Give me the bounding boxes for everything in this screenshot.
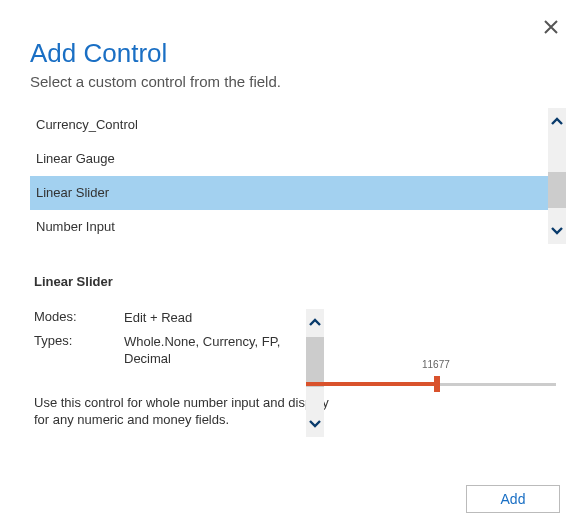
list-item[interactable]: Linear Gauge <box>30 142 586 176</box>
dialog-subtitle: Select a custom control from the field. <box>30 73 556 90</box>
list-item[interactable]: Linear Slider <box>30 176 566 210</box>
details-info: Modes: Edit + Read Types: Whole.None, Cu… <box>34 309 284 429</box>
close-icon[interactable] <box>544 20 558 38</box>
control-list: Currency_Control Linear Gauge Linear Sli… <box>30 108 586 244</box>
add-button[interactable]: Add <box>466 485 560 513</box>
chevron-down-icon[interactable] <box>550 224 564 238</box>
list-item[interactable]: Currency_Control <box>30 108 586 142</box>
list-scrollbar[interactable] <box>548 108 566 244</box>
chevron-up-icon[interactable] <box>308 315 322 329</box>
types-value: Whole.None, Currency, FP, Decimal <box>124 333 284 368</box>
types-label: Types: <box>34 333 124 368</box>
list-item[interactable]: Number Input <box>30 210 586 244</box>
chevron-down-icon[interactable] <box>308 417 322 431</box>
modes-value: Edit + Read <box>124 309 284 327</box>
control-list-container: Currency_Control Linear Gauge Linear Sli… <box>0 108 586 244</box>
modes-label: Modes: <box>34 309 124 327</box>
slider-value-label: 11677 <box>422 359 450 370</box>
chevron-up-icon[interactable] <box>550 114 564 128</box>
slider-thumb[interactable] <box>434 376 440 392</box>
slider-preview: 11677 <box>284 309 556 429</box>
dialog-header: Add Control Select a custom control from… <box>0 0 586 96</box>
dialog-title: Add Control <box>30 38 556 69</box>
scrollbar-thumb[interactable] <box>548 172 566 208</box>
details-panel: Linear Slider Modes: Edit + Read Types: … <box>34 274 556 429</box>
details-heading: Linear Slider <box>34 274 556 289</box>
slider-fill <box>306 382 438 386</box>
